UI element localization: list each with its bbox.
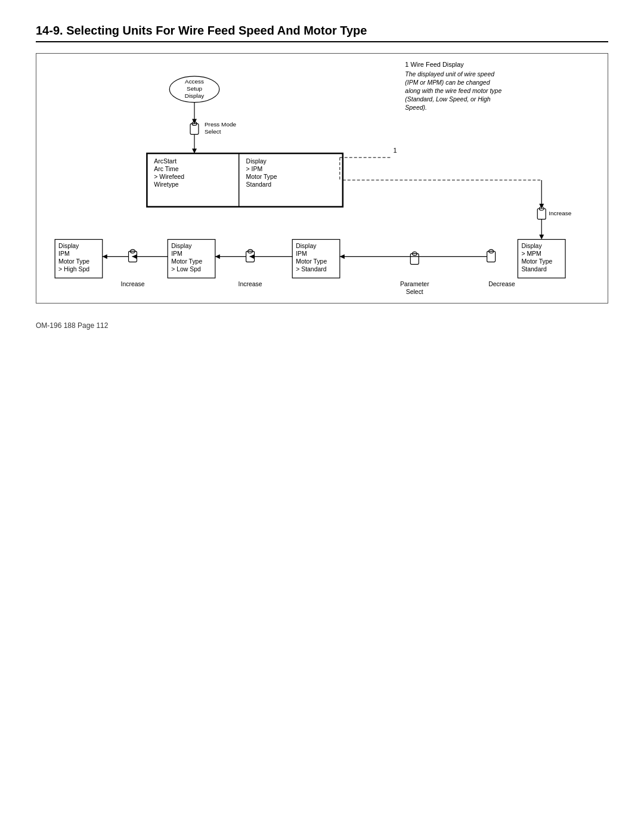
- svg-text:Display: Display: [246, 158, 267, 165]
- svg-text:Select: Select: [406, 289, 423, 295]
- svg-text:Press Mode: Press Mode: [205, 121, 236, 128]
- svg-text:Arc Time: Arc Time: [154, 166, 178, 172]
- footer-text: OM-196 188 Page 112: [36, 321, 108, 330]
- svg-text:> Low  Spd: > Low Spd: [171, 266, 201, 272]
- svg-text:Increase: Increase: [239, 281, 262, 287]
- svg-text:IPM: IPM: [58, 250, 70, 257]
- svg-text:Setup: Setup: [187, 85, 202, 92]
- svg-marker-7: [192, 119, 197, 123]
- svg-text:Decrease: Decrease: [488, 281, 515, 287]
- svg-marker-68: [215, 254, 220, 259]
- svg-marker-29: [539, 204, 544, 209]
- page: 14-9. Selecting Units For Wire Feed Spee…: [0, 0, 644, 354]
- page-title: 14-9. Selecting Units For Wire Feed Spee…: [36, 24, 608, 42]
- svg-marker-71: [132, 254, 137, 259]
- footer: OM-196 188 Page 112: [36, 321, 608, 330]
- diagram-svg: 1 Wire Feed Display The displayed unit o…: [36, 54, 608, 303]
- svg-text:Increase: Increase: [120, 281, 144, 287]
- svg-text:IPM: IPM: [171, 250, 182, 257]
- svg-text:The displayed unit of wire spe: The displayed unit of wire speed (IPM or…: [405, 71, 503, 111]
- svg-text:Select: Select: [205, 128, 221, 135]
- svg-text:Display: Display: [171, 243, 192, 249]
- svg-text:Display: Display: [521, 243, 542, 249]
- svg-text:IPM: IPM: [296, 250, 307, 257]
- svg-text:Display: Display: [58, 243, 79, 249]
- svg-text:Standard: Standard: [246, 181, 272, 188]
- svg-text:> Wirefeed: > Wirefeed: [154, 174, 184, 180]
- svg-text:1   Wire Feed Display: 1 Wire Feed Display: [405, 61, 464, 68]
- svg-text:Increase: Increase: [549, 210, 572, 216]
- svg-text:> MPM: > MPM: [521, 250, 541, 257]
- svg-marker-58: [340, 254, 345, 259]
- svg-text:Motor Type: Motor Type: [171, 258, 202, 265]
- svg-text:Motor Type: Motor Type: [296, 258, 327, 265]
- svg-text:> IPM: > IPM: [246, 166, 263, 172]
- svg-text:1: 1: [393, 147, 397, 154]
- svg-text:> Standard: > Standard: [296, 266, 327, 272]
- svg-marker-34: [539, 235, 544, 240]
- svg-text:Display: Display: [185, 92, 205, 99]
- svg-text:Access: Access: [185, 78, 204, 85]
- svg-marker-64: [250, 254, 255, 259]
- svg-text:Motor Type: Motor Type: [521, 258, 552, 265]
- svg-text:Parameter: Parameter: [400, 281, 429, 287]
- svg-text:> High Spd: > High Spd: [58, 266, 89, 272]
- diagram-container: 1 Wire Feed Display The displayed unit o…: [36, 53, 608, 304]
- svg-text:ArcStart: ArcStart: [154, 158, 177, 165]
- svg-text:Wiretype: Wiretype: [154, 181, 178, 188]
- svg-text:Motor Type: Motor Type: [58, 258, 89, 265]
- svg-text:Motor Type: Motor Type: [246, 174, 277, 180]
- svg-text:Standard: Standard: [521, 266, 547, 272]
- svg-marker-75: [103, 254, 107, 259]
- svg-text:Display: Display: [296, 243, 317, 249]
